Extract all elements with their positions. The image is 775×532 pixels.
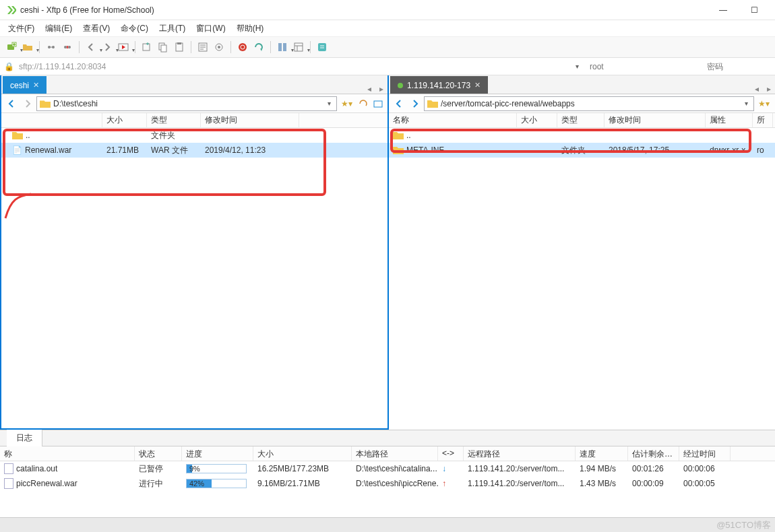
log-tab[interactable]: 日志 — [7, 430, 42, 446]
col-status[interactable]: 状态 — [135, 446, 182, 461]
svg-point-15 — [239, 43, 247, 51]
col-local[interactable]: 本地路径 — [352, 446, 438, 461]
close-icon[interactable]: ✕ — [33, 81, 39, 90]
local-tab[interactable]: ceshi ✕ — [3, 76, 46, 94]
tab-prev[interactable]: ◂ — [363, 84, 375, 94]
file-row[interactable]: 📄Renewal.war 21.71MB WAR 文件 2019/4/12, 1… — [1, 143, 388, 158]
status-dot-icon — [398, 83, 403, 88]
folder-icon — [40, 99, 51, 108]
toolbar: ▾ ▾ ▾ ▾ ▾ ▾ ▾ — [0, 36, 775, 58]
folder-icon — [427, 99, 438, 108]
remote-header: 名称 大小 类型 修改时间 属性 所 — [389, 113, 775, 128]
properties-button[interactable] — [195, 40, 210, 55]
bookmark-icon[interactable]: ★▾ — [338, 99, 355, 108]
refresh-icon[interactable] — [356, 99, 370, 108]
new-folder-button[interactable] — [140, 40, 154, 55]
local-tabstrip: ceshi ✕ ◂ ▸ — [1, 75, 388, 94]
local-tab-label: ceshi — [10, 81, 29, 90]
col-name[interactable]: 称 — [0, 446, 135, 461]
col-remote[interactable]: 远程路径 — [464, 446, 576, 461]
password-input[interactable] — [703, 61, 764, 73]
play-button[interactable]: ▾ — [116, 40, 131, 55]
file-row-parent[interactable]: .. 文件夹 — [1, 128, 388, 143]
username-input[interactable] — [586, 61, 700, 73]
col-size[interactable]: 大小 — [102, 113, 147, 127]
col-modified[interactable]: 修改时间 — [604, 113, 706, 127]
sync-button[interactable] — [235, 40, 250, 55]
local-forward-button[interactable] — [20, 96, 35, 111]
col-size[interactable]: 大小 — [517, 113, 557, 127]
upload-icon: ↑ — [442, 479, 446, 488]
col-eta[interactable]: 估计剩余… — [628, 446, 679, 461]
remote-forward-button[interactable] — [408, 96, 423, 111]
progress-bar: 9% — [186, 464, 247, 473]
address-url[interactable]: sftp://1.119.141.20:8034 — [16, 61, 569, 73]
svg-point-14 — [218, 46, 220, 48]
options-button[interactable] — [212, 40, 226, 55]
folder-icon — [393, 131, 404, 140]
file-row-parent[interactable]: .. — [389, 128, 775, 143]
local-back-button[interactable] — [4, 96, 19, 111]
connect-button[interactable] — [44, 40, 59, 55]
col-type[interactable]: 类型 — [147, 113, 201, 127]
col-speed[interactable]: 速度 — [576, 446, 628, 461]
log-button[interactable] — [315, 40, 330, 55]
col-progress[interactable]: 进度 — [182, 446, 253, 461]
open-button[interactable]: ▾ — [20, 40, 35, 55]
bookmark-icon[interactable]: ★▾ — [755, 99, 772, 108]
minimize-button[interactable]: — — [708, 0, 739, 20]
menu-file[interactable]: 文件(F) — [3, 21, 40, 36]
menu-view[interactable]: 查看(V) — [78, 21, 115, 36]
close-icon[interactable]: ✕ — [474, 81, 480, 90]
view-button[interactable]: ▾ — [291, 40, 306, 55]
col-size[interactable]: 大小 — [253, 446, 352, 461]
menu-bar: 文件(F) 编辑(E) 查看(V) 命令(C) 工具(T) 窗口(W) 帮助(H… — [0, 20, 775, 36]
disconnect-button[interactable] — [60, 40, 75, 55]
tab-next[interactable]: ▸ — [375, 84, 388, 94]
col-attr[interactable]: 属性 — [706, 113, 753, 127]
transfer-row[interactable]: catalina.out已暂停9%16.25MB/177.23MBD:\test… — [0, 461, 775, 476]
col-type[interactable]: 类型 — [557, 113, 604, 127]
explorer-icon[interactable] — [371, 99, 385, 108]
tab-next[interactable]: ▸ — [763, 84, 775, 94]
remote-path-input[interactable]: ▾ — [424, 96, 754, 111]
copy-button[interactable] — [156, 40, 170, 55]
remote-tab[interactable]: 1.119.141.20-173 ✕ — [390, 76, 488, 94]
col-owner[interactable]: 所 — [753, 113, 773, 127]
local-path-text[interactable] — [53, 99, 322, 108]
file-row[interactable]: META-INF 文件夹 2018/5/17, 17:25 drwxr-xr-x… — [389, 143, 775, 158]
maximize-button[interactable]: ☐ — [739, 0, 770, 20]
transfer-header: 称 状态 进度 大小 本地路径 <-> 远程路径 速度 估计剩余… 经过时间 — [0, 446, 775, 461]
transfer-row[interactable]: piccRenewal.war进行中42%9.16MB/21.71MBD:\te… — [0, 476, 775, 491]
svg-rect-18 — [294, 43, 303, 51]
menu-edit[interactable]: 编辑(E) — [40, 21, 78, 36]
status-bar: @51CTO博客 — [0, 517, 775, 532]
paste-button[interactable] — [172, 40, 187, 55]
path-dropdown[interactable]: ▾ — [742, 100, 751, 107]
refresh-button[interactable] — [251, 40, 266, 55]
menu-window[interactable]: 窗口(W) — [191, 21, 230, 36]
tab-prev[interactable]: ◂ — [751, 84, 763, 94]
menu-tools[interactable]: 工具(T) — [154, 21, 191, 36]
remote-path-text[interactable] — [441, 99, 739, 108]
path-dropdown[interactable]: ▾ — [325, 100, 334, 107]
local-pane: ceshi ✕ ◂ ▸ ▾ ★▾ 名称 大小 类型 修改时间 — [0, 75, 389, 430]
folder-icon — [393, 145, 404, 155]
remote-back-button[interactable] — [392, 96, 406, 111]
forward-button[interactable]: ▾ — [100, 40, 115, 55]
local-path-input[interactable]: ▾ — [36, 96, 337, 111]
new-session-button[interactable]: ▾ — [4, 40, 19, 55]
col-dir[interactable]: <-> — [438, 446, 464, 461]
col-name[interactable]: 名称 — [389, 113, 517, 127]
back-button[interactable]: ▾ — [84, 40, 98, 55]
col-elapsed[interactable]: 经过时间 — [679, 446, 731, 461]
menu-help[interactable]: 帮助(H) — [231, 21, 270, 36]
col-name[interactable]: 名称 — [8, 113, 102, 127]
svg-point-4 — [64, 46, 67, 48]
col-modified[interactable]: 修改时间 — [201, 113, 299, 127]
layout-button[interactable]: ▾ — [275, 40, 290, 55]
remote-pathbar: ▾ ★▾ — [389, 94, 775, 113]
svg-rect-11 — [177, 42, 181, 44]
address-dropdown[interactable]: ▾ — [571, 63, 583, 70]
menu-command[interactable]: 命令(C) — [115, 21, 154, 36]
